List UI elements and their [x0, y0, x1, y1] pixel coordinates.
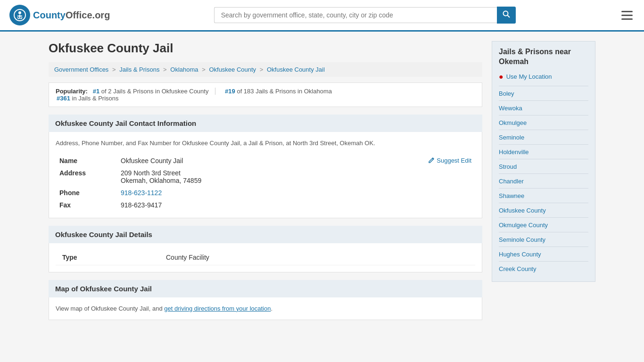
driving-directions-link[interactable]: get driving directions from your locatio… — [164, 305, 271, 312]
name-label: Name — [56, 155, 117, 167]
phone-link[interactable]: 918-623-1122 — [121, 189, 162, 197]
link-hughes-county[interactable]: Hughes County — [499, 251, 541, 258]
rank2-number: #19 — [225, 88, 235, 95]
sidebar-box: Jails & Prisons near Okemah ● Use My Loc… — [492, 41, 595, 282]
link-holdenville[interactable]: Holdenville — [499, 148, 529, 156]
logo-area: CountyOffice.org — [9, 5, 110, 25]
breadcrumb-jails-prisons[interactable]: Jails & Prisons — [119, 66, 159, 73]
link-seminole[interactable]: Seminole — [499, 134, 524, 141]
menu-button[interactable] — [619, 9, 635, 22]
breadcrumb-sep-4: > — [260, 66, 265, 73]
sidebar-link-wewoka: Wewoka — [499, 100, 588, 115]
name-row: Name Okfuskee County Jail Suggest Edit — [56, 155, 475, 167]
contact-description: Address, Phone Number, and Fax Number fo… — [56, 139, 475, 148]
address-row: Address 209 North 3rd Street Okemah, Okl… — [56, 167, 475, 187]
sidebar-link-okmulgee: Okmulgee — [499, 115, 588, 130]
suggest-edit-link[interactable]: Suggest Edit — [428, 157, 471, 164]
fax-value: 918-623-9417 — [117, 199, 475, 211]
link-chandler[interactable]: Chandler — [499, 178, 524, 185]
details-table: Type County Facility — [56, 250, 475, 265]
sidebar-link-creek-county: Creek County — [499, 261, 588, 276]
breadcrumb: Government Offices > Jails & Prisons > O… — [49, 62, 482, 77]
link-wewoka[interactable]: Wewoka — [499, 105, 522, 112]
link-stroud[interactable]: Stroud — [499, 163, 517, 170]
breadcrumb-okfuskee-county[interactable]: Okfuskee County — [209, 66, 256, 73]
use-location-label: Use My Location — [506, 73, 552, 80]
phone-value-cell: 918-623-1122 — [117, 187, 475, 199]
popularity-rank2: #19 of 183 Jails & Prisons in Oklahoma — [225, 88, 332, 95]
use-location-link[interactable]: ● Use My Location — [499, 73, 588, 81]
sidebar-link-chandler: Chandler — [499, 173, 588, 188]
type-label: Type — [56, 250, 159, 265]
type-value: County Facility — [159, 250, 475, 265]
search-icon — [503, 10, 510, 18]
hamburger-line-3 — [621, 18, 633, 20]
sidebar-link-hughes-county: Hughes County — [499, 247, 588, 261]
link-creek-county[interactable]: Creek County — [499, 265, 536, 272]
breadcrumb-sep-1: > — [112, 66, 117, 73]
popularity-rank1: #1 of 2 Jails & Prisons in Okfuskee Coun… — [93, 88, 210, 95]
map-section-header: Map of Okfuskee County Jail — [49, 280, 482, 297]
type-row: Type County Facility — [56, 250, 475, 265]
map-block: View map of Okfuskee County Jail, and ge… — [49, 297, 482, 321]
suggest-edit-icon — [428, 157, 435, 164]
name-value-cell: Okfuskee County Jail Suggest Edit — [117, 155, 475, 167]
phone-row: Phone 918-623-1122 — [56, 187, 475, 199]
contact-table: Name Okfuskee County Jail Suggest Edit — [56, 155, 475, 211]
sidebar-links-list: Boley Wewoka Okmulgee Seminole Holdenvil… — [499, 86, 588, 276]
address-line2: Okemah, Oklahoma, 74859 — [121, 177, 471, 184]
sidebar-title: Jails & Prisons near Okemah — [499, 47, 588, 67]
content-area: Okfuskee County Jail Government Offices … — [49, 41, 482, 320]
popularity-label: Popularity: — [56, 88, 88, 95]
name-value-row: Okfuskee County Jail Suggest Edit — [121, 157, 471, 165]
sidebar-link-okmulgee-county: Okmulgee County — [499, 217, 588, 232]
sidebar-link-seminole: Seminole — [499, 130, 588, 144]
sidebar-link-shawnee: Shawnee — [499, 188, 588, 203]
breadcrumb-government-offices[interactable]: Government Offices — [54, 66, 108, 73]
sidebar-link-boley: Boley — [499, 86, 588, 100]
rank1-text: of 2 Jails & Prisons in Okfuskee County — [101, 88, 209, 95]
page-title: Okfuskee County Jail — [49, 41, 482, 56]
link-shawnee[interactable]: Shawnee — [499, 192, 524, 199]
link-okfuskee-county[interactable]: Okfuskee County — [499, 207, 546, 214]
main-container: Okfuskee County Jail Government Offices … — [39, 32, 605, 329]
pop-sep-1 — [215, 88, 220, 95]
breadcrumb-current[interactable]: Okfuskee County Jail — [267, 66, 325, 73]
sidebar-link-okfuskee-county: Okfuskee County — [499, 203, 588, 217]
rank2-text: of 183 Jails & Prisons in Oklahoma — [237, 88, 332, 95]
breadcrumb-oklahoma[interactable]: Oklahoma — [170, 66, 198, 73]
fax-label: Fax — [56, 199, 117, 211]
address-value-cell: 209 North 3rd Street Okemah, Oklahoma, 7… — [117, 167, 475, 187]
header: CountyOffice.org — [0, 0, 644, 32]
rank1-number: #1 — [93, 88, 99, 95]
name-value: Okfuskee County Jail — [121, 157, 183, 165]
breadcrumb-sep-2: > — [163, 66, 168, 73]
svg-line-7 — [507, 16, 510, 18]
location-pin-icon: ● — [499, 73, 504, 81]
link-seminole-county[interactable]: Seminole County — [499, 236, 545, 243]
logo-text: CountyOffice.org — [33, 10, 110, 21]
rank3-text: in Jails & Prisons — [72, 95, 119, 102]
details-block: Type County Facility — [49, 243, 482, 272]
svg-point-6 — [503, 11, 508, 16]
logo-icon — [9, 5, 30, 25]
sidebar-link-holdenville: Holdenville — [499, 144, 588, 159]
hamburger-line-2 — [621, 15, 633, 16]
link-boley[interactable]: Boley — [499, 90, 514, 97]
rank3-number: #361 — [57, 95, 70, 102]
link-okmulgee[interactable]: Okmulgee — [499, 119, 527, 126]
sidebar-link-seminole-county: Seminole County — [499, 232, 588, 247]
sidebar-link-stroud: Stroud — [499, 159, 588, 173]
search-area — [214, 7, 516, 24]
svg-line-4 — [17, 17, 19, 19]
link-okmulgee-county[interactable]: Okmulgee County — [499, 222, 548, 229]
logo-county: County — [33, 10, 66, 20]
suggest-edit-label: Suggest Edit — [437, 157, 471, 164]
search-button[interactable] — [497, 7, 516, 24]
map-desc-text: View map of Okfuskee County Jail, and — [56, 305, 164, 312]
address-label: Address — [56, 167, 117, 187]
svg-line-5 — [21, 17, 22, 19]
map-description: View map of Okfuskee County Jail, and ge… — [56, 304, 475, 313]
phone-label: Phone — [56, 187, 117, 199]
search-input[interactable] — [214, 7, 497, 23]
